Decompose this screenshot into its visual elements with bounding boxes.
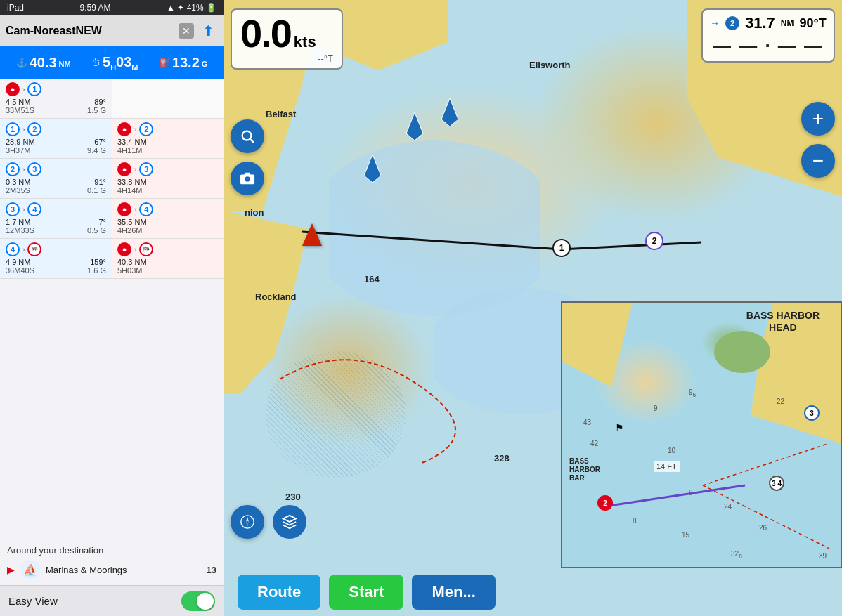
easy-view-label: Easy View	[8, 595, 58, 607]
marina-count: 13	[207, 565, 216, 575]
status-bar: iPad 9:59 AM ▲ ✦ 41% 🔋	[0, 0, 224, 15]
wp-red-3: ●	[117, 162, 131, 176]
leg4r-dist: 40.3 NM	[117, 258, 147, 266]
leg0-time: 33M51S	[6, 106, 34, 114]
camera-button[interactable]	[231, 162, 264, 195]
leg-row-4: 4 › 🏁 4.9 NM 159° 36M40S 1.6 G ● › 🏁	[0, 239, 224, 279]
restricted-area	[266, 351, 406, 478]
status-ipad: iPad	[7, 3, 24, 13]
route-wp-num: 2	[725, 16, 739, 30]
wp-2-from: 2	[6, 162, 20, 176]
total-dist-unit: NM	[59, 60, 71, 68]
total-time-value: 5H03M	[103, 54, 138, 72]
depth-10: 10	[668, 447, 675, 454]
leg2-time: 2M35S	[6, 186, 30, 195]
leg3r-dist: 35.5 NM	[117, 218, 147, 226]
leg-0-left: ● › 1 4.5 NM 89° 33M51S 1.5 G	[0, 79, 112, 118]
wp-1: 1	[27, 82, 41, 96]
title-bar: Cam-NoreastNEW ✕ ⬆	[0, 15, 224, 46]
easy-view-bar: Easy View	[0, 585, 224, 616]
time-icon: ⏱	[91, 58, 101, 68]
status-time: 9:59 AM	[80, 3, 111, 13]
boat-marker	[302, 223, 322, 246]
route-hdg: 90°T	[800, 16, 827, 31]
wp-red-2: ●	[117, 122, 131, 136]
leg2-dist: 0.3 NM	[6, 178, 30, 186]
start-button[interactable]: Start	[329, 575, 403, 610]
label-bass-harbor-bar: BASSHARBORBAR	[569, 457, 600, 483]
plus-icon: +	[812, 107, 824, 130]
close-button[interactable]: ✕	[179, 23, 194, 39]
route-dist: 31.7	[745, 14, 775, 32]
main-map[interactable]: 0.0 kts --°T → 2 31.7 NM 90°T — — · — — …	[224, 0, 842, 616]
depth-43: 43	[583, 419, 591, 426]
leg3-dist: 1.7 NM	[6, 218, 30, 226]
leg3-time: 12M33S	[6, 226, 34, 235]
wp-1-from: 1	[6, 122, 20, 136]
map-wp2[interactable]: 2	[645, 232, 663, 250]
speed-overlay: 0.0 kts --°T	[231, 8, 343, 70]
wp-2-r: 2	[139, 122, 153, 136]
wp-3-r: 3	[139, 162, 153, 176]
leg-row-1: 1 › 2 28.9 NM 67° 3H37M 9.4 G ● › 2	[0, 119, 224, 159]
route-title: Cam-NoreastNEW	[6, 25, 174, 37]
route-button[interactable]: Route	[238, 575, 320, 610]
lighthouse-icon: ⚑	[615, 422, 624, 433]
distance-icon: ⚓	[16, 58, 27, 68]
zoom-out-button[interactable]: −	[801, 144, 835, 178]
wp-4-r: 4	[139, 202, 153, 216]
depth-96: 96	[689, 388, 696, 398]
depth-9b: 9	[689, 489, 693, 497]
inset-wp2: 2	[597, 495, 613, 511]
leg0-fuel: 1.5 G	[87, 106, 106, 114]
depth-15: 15	[682, 531, 689, 539]
wp-dest-r: 🏁	[139, 242, 153, 256]
status-battery: ▲ ✦ 41% 🔋	[167, 3, 216, 13]
depth-39: 39	[819, 552, 827, 560]
leg1-hdg: 67°	[94, 138, 106, 146]
total-distance: ⚓ 40.3 NM	[16, 55, 71, 71]
layers-button[interactable]	[273, 505, 306, 539]
svg-line-6	[250, 139, 254, 143]
svg-point-7	[245, 176, 250, 181]
wp-red-4: ●	[117, 202, 131, 216]
total-dist-value: 40.3	[30, 55, 57, 71]
leg-3-right: ● › 4 35.5 NM 4H26M	[112, 199, 224, 238]
leg1r-dist: 33.4 NM	[117, 138, 147, 146]
easy-view-toggle[interactable]	[181, 591, 215, 611]
compass-button[interactable]	[231, 505, 264, 539]
route-dist-unit: NM	[781, 18, 794, 28]
fuel-icon: ⛽	[159, 58, 170, 68]
search-button[interactable]	[231, 119, 264, 153]
total-fuel-unit: G	[202, 60, 208, 68]
wp-3-to: 3	[27, 162, 41, 176]
leg4-fuel: 1.6 G	[87, 266, 106, 275]
wp-2-to: 2	[27, 122, 41, 136]
route-info-overlay: → 2 31.7 NM 90°T — — · — —	[701, 8, 835, 63]
play-icon[interactable]: ▶	[7, 564, 15, 575]
marina-row[interactable]: ▶ ⛵ Marinas & Moorings 13	[7, 560, 216, 579]
leg2r-time: 4H14M	[117, 186, 142, 195]
bottom-bar: Route Start Men...	[224, 568, 842, 616]
depth-24: 24	[724, 503, 732, 511]
depth-8: 8	[633, 517, 637, 525]
zoom-in-button[interactable]: +	[801, 102, 835, 136]
leg3r-time: 4H26M	[117, 226, 142, 235]
left-panel: iPad 9:59 AM ▲ ✦ 41% 🔋 Cam-NoreastNEW ✕ …	[0, 0, 224, 616]
route-dashes: — — · — —	[710, 35, 827, 57]
leg4-time: 36M40S	[6, 266, 34, 275]
marina-icon: ⛵	[20, 560, 40, 579]
leg-4-left: 4 › 🏁 4.9 NM 159° 36M40S 1.6 G	[0, 239, 112, 278]
leg-1-right: ● › 2 33.4 NM 4H11M	[112, 119, 224, 158]
toggle-knob	[197, 593, 214, 610]
around-destination: Around your destination ▶ ⛵ Marinas & Mo…	[0, 539, 224, 585]
leg4-dist: 4.9 NM	[6, 258, 30, 266]
share-button[interactable]: ⬆	[198, 21, 218, 41]
leg2-fuel: 0.1 G	[87, 186, 106, 195]
map-wp1[interactable]: 1	[552, 239, 571, 257]
legs-list: ● › 1 4.5 NM 89° 33M51S 1.5 G 1	[0, 79, 224, 539]
menu-button[interactable]: Men...	[412, 575, 495, 610]
leg-2-right: ● › 3 33.8 NM 4H14M	[112, 159, 224, 198]
leg-row-2: 2 › 3 0.3 NM 91° 2M35S 0.1 G ● › 3	[0, 159, 224, 199]
wp-4-from: 4	[6, 242, 20, 256]
